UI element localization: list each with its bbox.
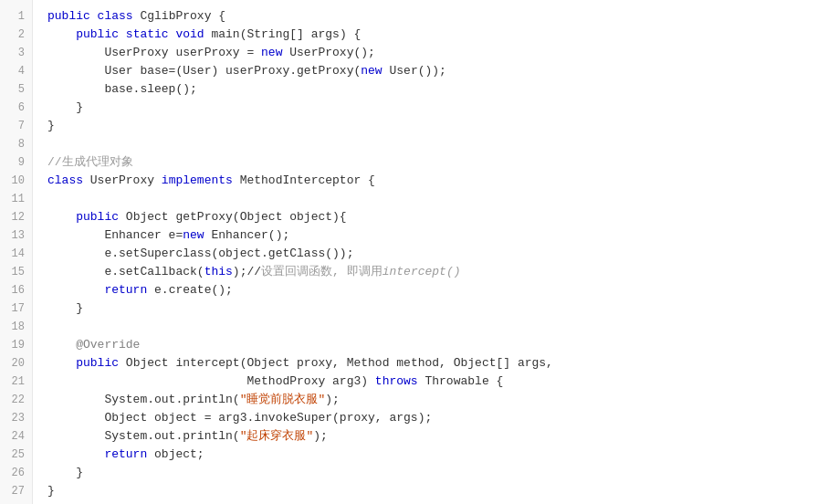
line-number: 8 (0, 135, 32, 153)
line-number: 22 (0, 391, 32, 409)
line-number: 13 (0, 226, 32, 245)
line-number: 23 (0, 409, 32, 427)
code-line: base.sleep(); (47, 80, 828, 99)
code-line: e.setSuperclass(object.getClass()); (47, 245, 828, 263)
line-number: 4 (0, 62, 32, 80)
line-number: 7 (0, 117, 32, 135)
code-line: UserProxy userProxy = new UserProxy(); (47, 44, 828, 62)
code-line: } (47, 299, 828, 318)
code-line (47, 190, 828, 208)
code-line: public static void main(String[] args) { (47, 26, 828, 44)
line-number: 10 (0, 172, 32, 190)
code-line: } (47, 482, 828, 500)
code-line (47, 135, 828, 153)
line-number: 17 (0, 299, 32, 318)
code-line: } (47, 464, 828, 482)
line-number: 1 (0, 7, 32, 26)
line-number: 14 (0, 245, 32, 263)
line-number: 3 (0, 44, 32, 62)
code-line: System.out.println("起床穿衣服"); (47, 427, 828, 446)
code-line: e.setCallback(this);//设置回调函数, 即调用interce… (47, 263, 828, 281)
code-line: MethodProxy arg3) throws Throwable { (47, 373, 828, 391)
line-number: 9 (0, 153, 32, 172)
code-line: return object; (47, 446, 828, 464)
code-line: Object object = arg3.invokeSuper(proxy, … (47, 409, 828, 427)
line-number: 11 (0, 190, 32, 208)
line-number: 20 (0, 354, 32, 373)
line-number: 24 (0, 427, 32, 446)
code-line: public class CglibProxy { (47, 7, 828, 26)
code-line: class UserProxy implements MethodInterce… (47, 172, 828, 190)
code-editor: 1234567891011121314151617181920212223242… (0, 0, 828, 504)
line-number: 12 (0, 208, 32, 226)
code-line: User base=(User) userProxy.getProxy(new … (47, 62, 828, 80)
code-line: //生成代理对象 (47, 153, 828, 172)
line-number: 16 (0, 281, 32, 299)
code-content: public class CglibProxy { public static … (33, 0, 828, 504)
line-number: 2 (0, 26, 32, 44)
line-number: 5 (0, 80, 32, 99)
line-number: 25 (0, 446, 32, 464)
code-line: @Override (47, 336, 828, 354)
line-number: 19 (0, 336, 32, 354)
line-number: 27 (0, 482, 32, 500)
line-number: 15 (0, 263, 32, 281)
code-line: return e.create(); (47, 281, 828, 299)
line-number: 26 (0, 464, 32, 482)
code-line: } (47, 117, 828, 135)
code-line (47, 318, 828, 336)
line-number: 6 (0, 99, 32, 117)
code-line: public Object getProxy(Object object){ (47, 208, 828, 226)
code-line: public Object intercept(Object proxy, Me… (47, 354, 828, 373)
code-line: Enhancer e=new Enhancer(); (47, 226, 828, 245)
line-number: 21 (0, 373, 32, 391)
line-numbers: 1234567891011121314151617181920212223242… (0, 0, 33, 504)
code-line: } (47, 99, 828, 117)
line-number: 18 (0, 318, 32, 336)
code-line: System.out.println("睡觉前脱衣服"); (47, 391, 828, 409)
